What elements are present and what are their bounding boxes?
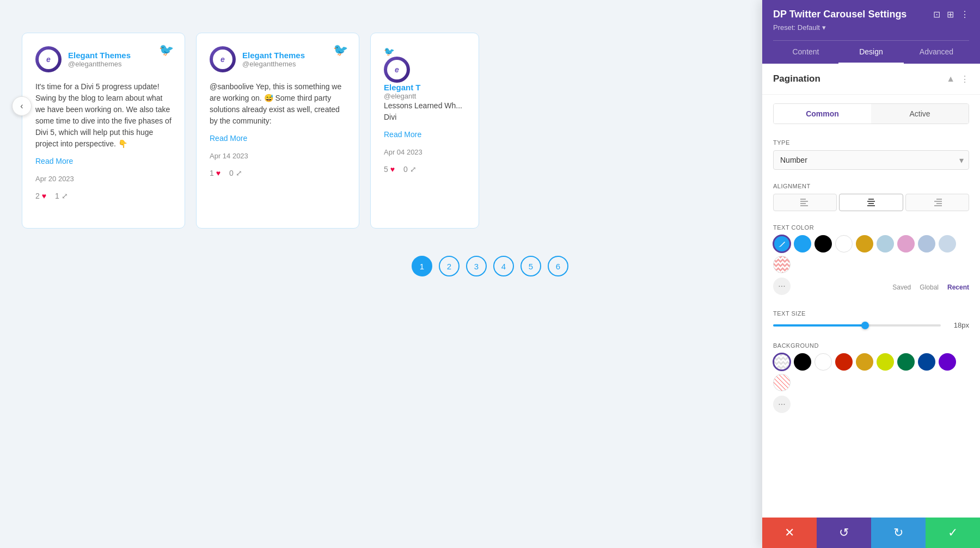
redo-button[interactable]: ↻ [871, 518, 926, 548]
color-more-btn[interactable]: ··· [773, 278, 791, 295]
bg-swatch-black[interactable] [794, 353, 811, 371]
bg-swatch-yellow[interactable] [877, 353, 894, 371]
avatar-3: e [384, 57, 410, 83]
sub-tab-active[interactable]: Active [871, 104, 969, 124]
save-button[interactable]: ✓ [926, 518, 980, 548]
align-center-btn[interactable] [839, 194, 903, 211]
card1-date: Apr 20 2023 [35, 175, 171, 183]
color-swatches-bg [773, 353, 969, 391]
text-color-setting: Text Color [762, 218, 980, 304]
preset-label[interactable]: Preset: Default ▾ [773, 23, 826, 32]
twitter-icon-2: 🐦 [333, 43, 348, 57]
background-label: Background [773, 342, 969, 349]
text-size-label: Text Size [773, 310, 969, 317]
page-btn-3[interactable]: 3 [466, 256, 487, 276]
color-swatch-lightblue[interactable] [877, 235, 894, 253]
bg-swatch-gold[interactable] [856, 353, 873, 371]
grid-icon[interactable]: ⊞ [947, 9, 954, 20]
color-swatch-blue[interactable] [794, 235, 811, 253]
card3-shares: 0 [403, 165, 408, 174]
global-label: Global [920, 284, 939, 291]
bg-swatch-none[interactable] [773, 353, 791, 371]
color-swatch-none[interactable] [773, 256, 791, 273]
cancel-button[interactable]: ✕ [762, 518, 817, 548]
more-options-icon[interactable]: ⋮ [960, 9, 969, 20]
alignment-setting: ALIGNMENT [762, 176, 980, 218]
panel-header: DP Twitter Carousel Settings ⊡ ⊞ ⋮ Prese… [762, 0, 980, 64]
card1-username: Elegant Themes [68, 51, 131, 60]
avatar-1: e [35, 46, 62, 72]
card3-date: Apr 04 2023 [384, 148, 465, 156]
type-select[interactable]: Number Dot Dash [773, 150, 969, 170]
color-swatches-text [773, 235, 969, 273]
card3-likes: 5 [384, 165, 388, 174]
color-swatch-black[interactable] [814, 235, 832, 253]
card2-shares: 0 [229, 169, 234, 177]
color-swatch-pink[interactable] [897, 235, 915, 253]
card2-likes: 1 [210, 169, 214, 177]
pagination-section-title: Pagination [773, 73, 820, 84]
svg-rect-11 [934, 205, 942, 206]
card1-read-more[interactable]: Read More [35, 157, 73, 165]
card2-date: Apr 14 2023 [210, 152, 346, 160]
tab-content[interactable]: Content [773, 41, 838, 64]
page-btn-1[interactable]: 1 [412, 256, 432, 276]
card3-username: Elegant T [384, 83, 465, 92]
page-btn-2[interactable]: 2 [439, 256, 460, 276]
text-size-slider[interactable] [773, 324, 941, 327]
bg-swatch-diagonal[interactable] [773, 374, 791, 391]
pagination-section-header: Pagination ▲ ⋮ [762, 64, 980, 95]
card3-read-more[interactable]: Read More [384, 130, 421, 139]
card2-text: @sanboolive Yep, this is something we ar… [210, 81, 346, 127]
share-icon-2: ⤢ [236, 169, 242, 177]
align-right-btn[interactable] [905, 194, 969, 211]
color-swatch-pale[interactable] [939, 235, 956, 253]
sub-tab-common[interactable]: Common [774, 104, 871, 124]
color-swatch-active[interactable] [773, 235, 791, 253]
card3-actions: 5 ♥ 0 ⤢ [384, 165, 465, 174]
undo-button[interactable]: ↺ [817, 518, 871, 548]
align-left-btn[interactable] [773, 194, 837, 211]
svg-rect-3 [800, 205, 808, 206]
prev-button[interactable]: ‹ [12, 96, 32, 116]
alignment-buttons [773, 194, 969, 211]
tab-advanced[interactable]: Advanced [904, 41, 969, 64]
bg-swatch-red[interactable] [835, 353, 853, 371]
page-btn-5[interactable]: 5 [520, 256, 541, 276]
svg-rect-5 [867, 201, 875, 202]
svg-rect-7 [867, 205, 875, 206]
color-swatch-steel[interactable] [918, 235, 935, 253]
sub-tabs: Common Active [773, 103, 969, 124]
bg-swatch-white[interactable] [814, 353, 832, 371]
color-swatch-gold[interactable] [856, 235, 873, 253]
svg-rect-1 [800, 201, 808, 202]
card1-text: It's time for a Divi 5 progress update! … [35, 81, 171, 150]
recent-label: Recent [947, 284, 969, 291]
card1-likes: 2 [35, 192, 40, 200]
svg-rect-2 [800, 203, 806, 204]
tweet-card-2: 🐦 e Elegant Themes @elegantthemes @sanbo… [196, 33, 359, 229]
bg-swatch-purple[interactable] [939, 353, 956, 371]
bg-swatch-darkblue[interactable] [918, 353, 935, 371]
section-more-icon[interactable]: ⋮ [960, 74, 969, 84]
tab-design[interactable]: Design [838, 41, 904, 64]
bg-more-btn[interactable]: ··· [773, 396, 791, 413]
bg-swatch-green[interactable] [897, 353, 915, 371]
svg-rect-4 [868, 199, 874, 200]
card3-text: Lessons Learned Wh... Divi [384, 100, 465, 123]
card2-read-more[interactable]: Read More [210, 134, 247, 143]
page-btn-6[interactable]: 6 [548, 256, 568, 276]
slider-fill [773, 324, 865, 327]
collapse-icon[interactable]: ▲ [946, 74, 955, 84]
card2-actions: 1 ♥ 0 ⤢ [210, 169, 346, 177]
background-setting: Background ··· [762, 336, 980, 422]
svg-rect-8 [936, 199, 942, 200]
settings-panel: DP Twitter Carousel Settings ⊡ ⊞ ⋮ Prese… [762, 0, 980, 548]
type-setting: TYPE Number Dot Dash ▾ [762, 133, 980, 176]
panel-tabs: Content Design Advanced [773, 40, 969, 64]
color-swatch-white[interactable] [835, 235, 853, 253]
card1-shares: 1 [55, 192, 59, 200]
slider-thumb[interactable] [861, 322, 869, 329]
fullscreen-icon[interactable]: ⊡ [933, 9, 940, 20]
page-btn-4[interactable]: 4 [493, 256, 514, 276]
